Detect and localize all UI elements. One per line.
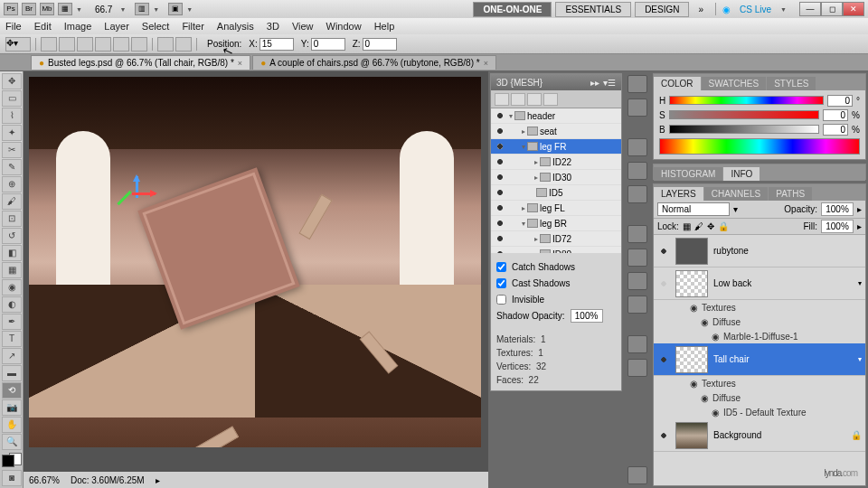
dock-icon[interactable] (627, 359, 647, 377)
x-axis-icon[interactable] (132, 192, 156, 195)
3d-axis-gizmo[interactable] (119, 176, 156, 212)
3d-rotate-tool[interactable]: ⟲ (2, 382, 22, 399)
menu-filter[interactable]: Filter (182, 21, 203, 32)
menu-image[interactable]: Image (64, 21, 92, 32)
slide-icon[interactable] (113, 37, 129, 52)
dock-icon[interactable] (627, 466, 647, 484)
visibility-icon[interactable] (657, 245, 670, 258)
hue-slider[interactable] (669, 96, 824, 105)
blur-tool[interactable]: ◉ (2, 279, 22, 296)
minimize-button[interactable]: — (799, 2, 821, 16)
light-icon[interactable] (157, 37, 174, 52)
menu-file[interactable]: File (5, 21, 22, 32)
chevron-down-icon[interactable]: ▼ (153, 6, 159, 13)
cs-live-link[interactable]: CS Live (734, 5, 777, 14)
brush-tool[interactable]: 🖌 (2, 193, 22, 210)
hand-tool[interactable]: ✋ (2, 417, 22, 433)
color-spectrum[interactable] (659, 138, 860, 155)
current-tool-icon[interactable]: ✥▾ (5, 37, 31, 52)
layer-thumbnail[interactable] (675, 346, 708, 373)
lock-all-icon[interactable]: 🔒 (718, 221, 729, 231)
heal-tool[interactable]: ⊕ (2, 176, 22, 192)
eye-icon[interactable]: ◉ (701, 393, 709, 403)
marquee-tool[interactable]: ▭ (2, 90, 22, 107)
scale-icon[interactable] (131, 37, 147, 52)
workspace-essentials[interactable]: ESSENTIALS (555, 2, 631, 17)
rotate-icon[interactable] (59, 37, 75, 52)
tree-item[interactable]: ▾leg FR (491, 139, 621, 155)
tree-item[interactable]: ▸leg FL (491, 201, 621, 216)
workspace-one-on-one[interactable]: ONE-ON-ONE (473, 2, 552, 17)
tab-histogram[interactable]: HISTOGRAM (654, 167, 722, 181)
minibridge-icon[interactable]: Mb (40, 3, 54, 15)
visibility-icon[interactable] (495, 233, 505, 244)
lock-transparency-icon[interactable]: ▦ (683, 221, 691, 231)
dock-icon[interactable] (627, 225, 647, 243)
z-axis-icon[interactable] (117, 191, 131, 205)
dock-icon[interactable] (627, 162, 647, 180)
tree-item[interactable]: ▸ID80 (491, 247, 621, 253)
bridge-icon[interactable]: Br (22, 3, 36, 15)
tab-paths[interactable]: PATHS (769, 187, 812, 201)
layer-thumbnail[interactable] (675, 238, 708, 265)
type-tool[interactable]: T (2, 331, 22, 347)
close-icon[interactable]: × (238, 59, 242, 68)
stamp-tool[interactable]: ⊡ (2, 211, 22, 227)
home-icon[interactable] (41, 37, 57, 52)
dock-icon[interactable] (627, 296, 647, 314)
dock-icon[interactable] (627, 138, 647, 156)
tab-info[interactable]: INFO (723, 167, 760, 181)
light-filter-icon[interactable] (543, 93, 558, 106)
fx-icon[interactable]: ▾ (858, 355, 862, 363)
3d-scene-tree[interactable]: ▾header▸seat▾leg FR▸ID22▸ID30ID5▸leg FL▾… (491, 108, 621, 253)
catch-shadows-checkbox[interactable] (496, 262, 506, 272)
menu-edit[interactable]: Edit (34, 21, 52, 32)
position-y-input[interactable] (311, 38, 345, 51)
eye-icon[interactable]: ◉ (712, 408, 720, 418)
close-button[interactable]: ✕ (843, 2, 864, 16)
tab-channels[interactable]: CHANNELS (704, 187, 768, 201)
layer-row[interactable]: Tall chair▾ (654, 343, 865, 376)
layer-row[interactable]: rubytone (654, 235, 865, 267)
tree-item[interactable]: ▸ID22 (491, 155, 621, 170)
visibility-icon[interactable] (495, 141, 505, 152)
arrange-icon[interactable]: ▥ (135, 3, 149, 15)
close-icon[interactable]: × (484, 59, 488, 68)
shape-tool[interactable]: ▬ (2, 365, 22, 381)
color-swatches[interactable] (2, 455, 22, 465)
layer-effect[interactable]: ◉ Textures (654, 376, 865, 390)
tree-item[interactable]: ▸seat (491, 124, 621, 139)
layer-thumbnail[interactable] (675, 270, 708, 297)
dodge-tool[interactable]: ◐ (2, 296, 22, 313)
fill-input[interactable]: 100% (821, 220, 854, 233)
menu-3d[interactable]: 3D (267, 21, 279, 32)
chevron-down-icon[interactable]: ▼ (186, 6, 193, 13)
layer-row[interactable]: Low back▾ (654, 267, 865, 300)
zoom-display[interactable]: 66.7 (91, 5, 116, 14)
hue-input[interactable]: 0 (827, 95, 853, 107)
workspace-more[interactable]: » (693, 5, 709, 14)
visibility-icon[interactable] (495, 126, 505, 136)
material-filter-icon[interactable] (527, 93, 542, 106)
visibility-icon[interactable] (495, 187, 505, 198)
zoom-tool[interactable]: 🔍 (2, 434, 22, 450)
mesh-icon[interactable] (175, 37, 192, 52)
tree-item[interactable]: ▸ID30 (491, 170, 621, 185)
zoom-status[interactable]: 66.67% (29, 475, 60, 485)
shadow-opacity-input[interactable]: 100% (571, 309, 603, 323)
visibility-icon[interactable] (657, 429, 670, 442)
menu-view[interactable]: View (292, 21, 314, 32)
gradient-tool[interactable]: ▦ (2, 262, 22, 278)
eye-icon[interactable]: ◉ (701, 317, 709, 327)
lasso-tool[interactable]: ⌇ (2, 108, 22, 124)
history-tool[interactable]: ↺ (2, 228, 22, 244)
3d-leg-object[interactable] (193, 426, 239, 447)
3d-camera-tool[interactable]: 📷 (2, 399, 22, 416)
chevron-down-icon[interactable]: ▼ (119, 6, 126, 13)
view-extras-icon[interactable]: ▦ (58, 3, 72, 15)
eye-icon[interactable]: ◉ (690, 379, 698, 389)
pan-icon[interactable] (95, 37, 111, 52)
tab-swatches[interactable]: SWATCHES (702, 77, 767, 90)
eraser-tool[interactable]: ◧ (2, 245, 22, 261)
layer-effect[interactable]: ◉ Textures (654, 300, 865, 314)
